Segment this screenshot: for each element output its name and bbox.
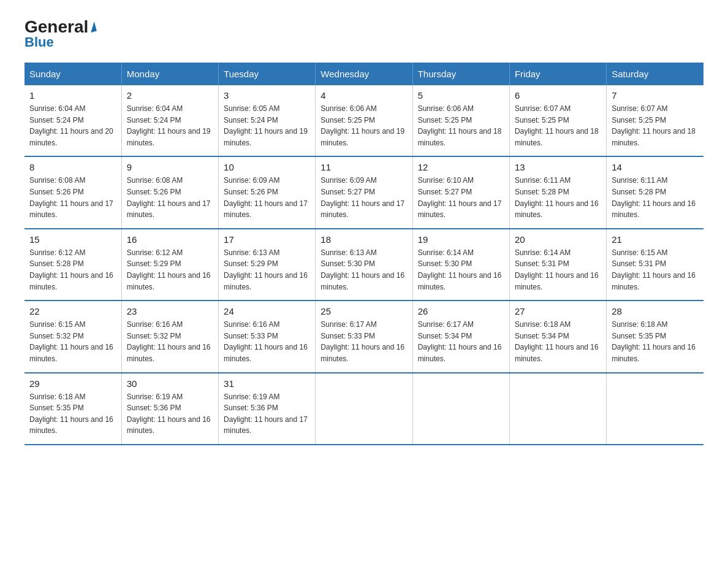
day-info: Sunrise: 6:18 AM Sunset: 5:35 PM Dayligh… [612, 319, 699, 364]
sunrise-label: Sunrise: 6:17 AM [320, 320, 376, 329]
day-info: Sunrise: 6:08 AM Sunset: 5:26 PM Dayligh… [127, 175, 213, 220]
daylight-label: Daylight: 11 hours and 16 minutes. [320, 271, 404, 291]
day-number: 17 [224, 234, 310, 245]
sunset-label: Sunset: 5:29 PM [224, 259, 278, 268]
sunset-label: Sunset: 5:35 PM [29, 404, 84, 412]
day-info: Sunrise: 6:04 AM Sunset: 5:24 PM Dayligh… [29, 103, 116, 148]
daylight-label: Daylight: 11 hours and 17 minutes. [29, 199, 113, 220]
calendar-cell: 4 Sunrise: 6:06 AM Sunset: 5:25 PM Dayli… [316, 85, 412, 156]
calendar-cell [607, 373, 703, 445]
daylight-label: Daylight: 11 hours and 18 minutes. [612, 127, 696, 147]
day-info: Sunrise: 6:13 AM Sunset: 5:30 PM Dayligh… [320, 247, 407, 293]
calendar-cell: 29 Sunrise: 6:18 AM Sunset: 5:35 PM Dayl… [25, 373, 121, 445]
sunrise-label: Sunrise: 6:07 AM [515, 104, 571, 113]
header-day-tuesday: Tuesday [219, 63, 316, 85]
calendar-cell: 23 Sunrise: 6:16 AM Sunset: 5:32 PM Dayl… [121, 301, 218, 372]
calendar-cell: 6 Sunrise: 6:07 AM Sunset: 5:25 PM Dayli… [509, 85, 606, 156]
calendar-cell [412, 373, 509, 445]
logo: General Blue [25, 18, 96, 50]
day-info: Sunrise: 6:12 AM Sunset: 5:29 PM Dayligh… [127, 247, 213, 293]
day-number: 22 [29, 306, 116, 316]
logo-general: General [25, 18, 88, 36]
day-info: Sunrise: 6:19 AM Sunset: 5:36 PM Dayligh… [127, 391, 213, 437]
day-info: Sunrise: 6:18 AM Sunset: 5:34 PM Dayligh… [515, 319, 601, 364]
sunrise-label: Sunrise: 6:12 AM [29, 248, 85, 257]
daylight-label: Daylight: 11 hours and 19 minutes. [224, 127, 308, 147]
day-info: Sunrise: 6:07 AM Sunset: 5:25 PM Dayligh… [515, 103, 601, 148]
sunrise-label: Sunrise: 6:18 AM [29, 393, 85, 401]
day-info: Sunrise: 6:17 AM Sunset: 5:34 PM Dayligh… [418, 319, 504, 364]
header-row: SundayMondayTuesdayWednesdayThursdayFrid… [25, 63, 703, 85]
sunrise-label: Sunrise: 6:10 AM [418, 176, 474, 185]
daylight-label: Daylight: 11 hours and 16 minutes. [127, 271, 211, 291]
page-header: General Blue [25, 18, 703, 50]
day-info: Sunrise: 6:05 AM Sunset: 5:24 PM Dayligh… [224, 103, 310, 148]
day-number: 8 [29, 162, 116, 172]
day-info: Sunrise: 6:18 AM Sunset: 5:35 PM Dayligh… [29, 391, 116, 437]
daylight-label: Daylight: 11 hours and 17 minutes. [418, 199, 502, 220]
sunrise-label: Sunrise: 6:11 AM [515, 176, 571, 185]
day-number: 28 [612, 306, 699, 316]
sunset-label: Sunset: 5:36 PM [224, 404, 278, 412]
sunrise-label: Sunrise: 6:04 AM [127, 104, 183, 113]
day-info: Sunrise: 6:11 AM Sunset: 5:28 PM Dayligh… [612, 175, 699, 220]
day-number: 4 [320, 90, 407, 101]
sunset-label: Sunset: 5:26 PM [127, 188, 181, 196]
sunset-label: Sunset: 5:34 PM [418, 332, 472, 340]
day-info: Sunrise: 6:13 AM Sunset: 5:29 PM Dayligh… [224, 247, 310, 293]
day-number: 19 [418, 234, 504, 245]
sunrise-label: Sunrise: 6:18 AM [612, 320, 667, 329]
day-info: Sunrise: 6:09 AM Sunset: 5:26 PM Dayligh… [224, 175, 310, 220]
sunset-label: Sunset: 5:31 PM [612, 259, 666, 268]
sunrise-label: Sunrise: 6:19 AM [127, 393, 183, 401]
daylight-label: Daylight: 11 hours and 17 minutes. [320, 199, 404, 220]
header-day-thursday: Thursday [412, 63, 509, 85]
day-number: 24 [224, 306, 310, 316]
sunrise-label: Sunrise: 6:08 AM [127, 176, 183, 185]
day-number: 3 [224, 90, 310, 101]
calendar-cell: 11 Sunrise: 6:09 AM Sunset: 5:27 PM Dayl… [316, 156, 412, 228]
sunset-label: Sunset: 5:30 PM [320, 259, 375, 268]
daylight-label: Daylight: 11 hours and 16 minutes. [320, 343, 404, 363]
calendar-cell: 18 Sunrise: 6:13 AM Sunset: 5:30 PM Dayl… [316, 229, 412, 301]
day-number: 13 [515, 162, 601, 172]
sunset-label: Sunset: 5:27 PM [320, 188, 375, 196]
sunset-label: Sunset: 5:28 PM [515, 188, 569, 196]
day-info: Sunrise: 6:11 AM Sunset: 5:28 PM Dayligh… [515, 175, 601, 220]
calendar-cell: 14 Sunrise: 6:11 AM Sunset: 5:28 PM Dayl… [607, 156, 703, 228]
calendar-cell: 17 Sunrise: 6:13 AM Sunset: 5:29 PM Dayl… [219, 229, 316, 301]
day-info: Sunrise: 6:15 AM Sunset: 5:31 PM Dayligh… [612, 247, 699, 293]
day-number: 7 [612, 90, 699, 101]
sunset-label: Sunset: 5:33 PM [320, 332, 375, 340]
sunrise-label: Sunrise: 6:17 AM [418, 320, 474, 329]
sunset-label: Sunset: 5:32 PM [29, 332, 84, 340]
daylight-label: Daylight: 11 hours and 16 minutes. [127, 343, 211, 363]
sunset-label: Sunset: 5:24 PM [29, 116, 84, 124]
day-number: 29 [29, 378, 116, 389]
sunset-label: Sunset: 5:28 PM [29, 259, 84, 268]
sunset-label: Sunset: 5:26 PM [29, 188, 84, 196]
sunrise-label: Sunrise: 6:16 AM [127, 320, 183, 329]
daylight-label: Daylight: 11 hours and 16 minutes. [29, 343, 113, 363]
daylight-label: Daylight: 11 hours and 16 minutes. [224, 271, 308, 291]
header-day-sunday: Sunday [25, 63, 121, 85]
sunrise-label: Sunrise: 6:18 AM [515, 320, 571, 329]
calendar-body: 1 Sunrise: 6:04 AM Sunset: 5:24 PM Dayli… [25, 85, 703, 445]
daylight-label: Daylight: 11 hours and 16 minutes. [29, 415, 113, 435]
day-number: 20 [515, 234, 601, 245]
day-info: Sunrise: 6:19 AM Sunset: 5:36 PM Dayligh… [224, 391, 310, 437]
calendar-week-row: 29 Sunrise: 6:18 AM Sunset: 5:35 PM Dayl… [25, 373, 703, 445]
header-day-friday: Friday [509, 63, 606, 85]
calendar-cell: 22 Sunrise: 6:15 AM Sunset: 5:32 PM Dayl… [25, 301, 121, 372]
sunset-label: Sunset: 5:25 PM [515, 116, 569, 124]
calendar-cell: 31 Sunrise: 6:19 AM Sunset: 5:36 PM Dayl… [219, 373, 316, 445]
day-number: 27 [515, 306, 601, 316]
calendar-cell: 7 Sunrise: 6:07 AM Sunset: 5:25 PM Dayli… [607, 85, 703, 156]
calendar-table: SundayMondayTuesdayWednesdayThursdayFrid… [25, 63, 703, 445]
sunset-label: Sunset: 5:36 PM [127, 404, 181, 412]
logo-blue: Blue [25, 34, 54, 50]
sunrise-label: Sunrise: 6:13 AM [320, 248, 376, 257]
sunrise-label: Sunrise: 6:13 AM [224, 248, 279, 257]
day-number: 1 [29, 90, 116, 101]
day-info: Sunrise: 6:10 AM Sunset: 5:27 PM Dayligh… [418, 175, 504, 220]
